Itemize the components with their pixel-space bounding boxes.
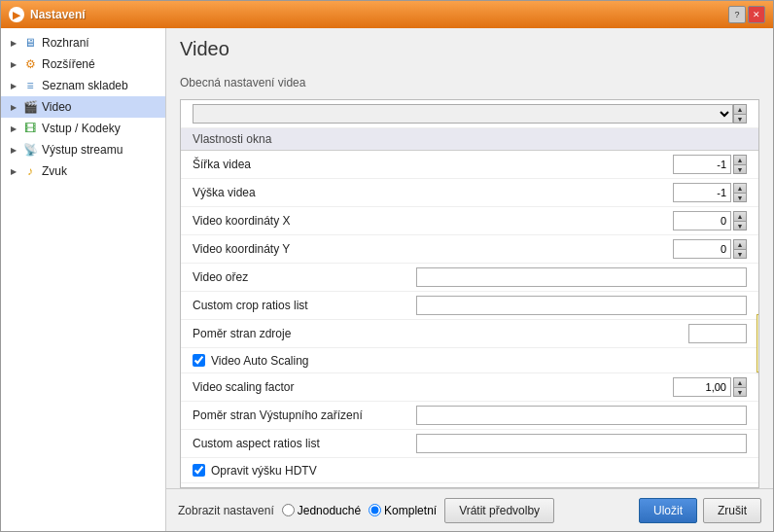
label-hdtv[interactable]: Opravit výšku HDTV	[211, 464, 317, 478]
scroll-up-btn[interactable]: ▲	[733, 104, 747, 114]
input-pomer-vystup[interactable]	[416, 406, 747, 425]
sidebar-item-seznam[interactable]: ▶ ≡ Seznam skladeb	[1, 75, 165, 96]
sidebar-item-rozhrani[interactable]: ▶ 🖥 Rozhraní	[1, 32, 165, 53]
spin-up[interactable]: ▲	[733, 155, 747, 164]
sidebar-item-rozsirene[interactable]: ▶ ⚙ Rozšířené	[1, 53, 165, 75]
spinbox-koordx: ▲ ▼	[673, 211, 747, 231]
spinbox-koordy: ▲ ▼	[673, 239, 747, 259]
label-auto-scaling[interactable]: Video Auto Scaling	[211, 354, 309, 368]
arrow-icon: ▶	[9, 102, 18, 112]
tooltip-crop: Vynútí oříznutí zdrojového videa. Přípus…	[756, 314, 759, 372]
spin-down[interactable]: ▼	[733, 221, 747, 231]
spin-down[interactable]: ▼	[733, 387, 747, 397]
row-koordx: Video koordináty X ▲ ▼	[181, 207, 758, 235]
spin-up[interactable]: ▲	[733, 183, 747, 193]
spin-down[interactable]: ▼	[733, 193, 747, 202]
arrow-icon: ▶	[9, 81, 18, 90]
help-button[interactable]: ?	[728, 6, 746, 23]
row-vyska: Výška videa ▲ ▼	[181, 179, 758, 207]
input-sirka[interactable]	[673, 155, 731, 174]
arrow-icon: ▶	[9, 145, 18, 155]
app-icon: ▶	[9, 7, 24, 22]
label-custom-aspect: Custom aspect ratios list	[193, 437, 416, 450]
input-custom-aspect[interactable]	[416, 434, 747, 453]
label-pomer-zdroje: Poměr stran zdroje	[193, 327, 688, 340]
scroll-down-btn[interactable]: ▼	[733, 114, 747, 124]
input-scaling-factor[interactable]	[673, 377, 731, 397]
title-bar: ▶ Nastavení ? ✕	[1, 1, 773, 28]
row-custom-aspect: Custom aspect ratios list	[181, 430, 758, 458]
label-scaling-factor: Video scaling factor	[193, 380, 673, 394]
top-dropdown[interactable]	[193, 104, 733, 124]
arrow-icon: ▶	[9, 124, 18, 133]
radio-simple-label[interactable]: Jednoduché	[282, 504, 361, 517]
spin-down[interactable]: ▼	[733, 164, 747, 174]
radio-complete-text: Kompletní	[384, 504, 437, 517]
radio-complete-label[interactable]: Kompletní	[369, 504, 437, 517]
spin-up[interactable]: ▲	[733, 211, 747, 221]
cancel-button[interactable]: Zrušit	[703, 498, 761, 523]
row-auto-scaling: Video Auto Scaling	[181, 348, 758, 373]
settings-scroll[interactable]: ▲ ▼ Vlastnosti okna Šířka videa ▲	[180, 99, 759, 488]
input-orez[interactable]	[416, 267, 747, 287]
stream-icon: 📡	[22, 142, 38, 158]
label-custom-crop: Custom crop ratios list	[193, 299, 416, 312]
group-header: Vlastnosti okna	[181, 128, 758, 151]
label-koordx: Video koordináty X	[193, 214, 673, 228]
input-pomer-zdroje[interactable]	[688, 324, 747, 343]
row-scaling-factor: Video scaling factor ▲ ▼	[181, 373, 758, 402]
audio-icon: ♪	[22, 163, 38, 179]
label-pomer-vystup: Poměr stran Výstupního zařízení	[193, 408, 416, 422]
radio-simple[interactable]	[282, 504, 295, 516]
top-dropdown-row: ▲ ▼	[181, 100, 758, 128]
input-koordy[interactable]	[673, 239, 731, 259]
sidebar-label: Seznam skladeb	[42, 79, 128, 92]
checkbox-hdtv[interactable]	[193, 464, 205, 477]
sidebar-label: Výstup streamu	[42, 143, 123, 157]
input-vyska[interactable]	[673, 183, 731, 202]
sidebar-label: Video	[42, 100, 71, 114]
close-button[interactable]: ✕	[748, 6, 765, 23]
main-layout: Video Obecná nastavení videa ▲ ▼ Vlastno…	[166, 28, 773, 488]
row-hdtv: Opravit výšku HDTV	[181, 458, 758, 483]
label-vyska: Výška videa	[193, 186, 673, 199]
sidebar-item-video[interactable]: ▶ 🎬 Video	[1, 96, 165, 118]
content-area: ▶ 🖥 Rozhraní ▶ ⚙ Rozšířené ▶ ≡ Seznam sk…	[1, 28, 773, 531]
arrow-icon: ▶	[9, 59, 18, 69]
spin-up[interactable]: ▲	[733, 377, 747, 387]
sidebar-item-vstup[interactable]: ▶ 🎞 Vstup / Kodeky	[1, 118, 165, 139]
input-custom-crop[interactable]	[416, 296, 747, 315]
sidebar-item-zvuk[interactable]: ▶ ♪ Zvuk	[1, 160, 165, 182]
row-pomer-zdroje: Poměr stran zdroje Vynútí oříznutí zdroj…	[181, 320, 758, 348]
section-label: Obecná nastavení videa	[180, 76, 759, 89]
spin-down[interactable]: ▼	[733, 249, 747, 259]
monitor-icon: 🖥	[22, 35, 38, 51]
spinbox-vyska: ▲ ▼	[673, 183, 747, 202]
row-custom-crop: Custom crop ratios list	[181, 292, 758, 320]
spinbox-sirka: ▲ ▼	[673, 155, 747, 174]
sidebar-label: Rozšířené	[42, 57, 95, 71]
sidebar-item-vystup[interactable]: ▶ 📡 Výstup streamu	[1, 139, 165, 160]
view-label: Zobrazit nastavení	[178, 504, 274, 517]
row-koordy: Video koordináty Y ▲ ▼	[181, 235, 758, 264]
row-orez: Video ořez	[181, 264, 758, 292]
save-button[interactable]: Uložit	[639, 498, 697, 523]
row-sirka: Šířka videa ▲ ▼	[181, 151, 758, 179]
page-title: Video	[180, 38, 759, 60]
radio-complete[interactable]	[369, 504, 381, 516]
scroll-btns: ▲ ▼	[733, 104, 747, 124]
gear-icon: ⚙	[22, 56, 38, 72]
radio-simple-text: Jednoduché	[298, 504, 361, 517]
codec-icon: 🎞	[22, 121, 38, 136]
main-window: ▶ Nastavení ? ✕ ▶ 🖥 Rozhraní ▶ ⚙ Rozšíře…	[0, 0, 774, 532]
bottom-bar: Zobrazit nastavení Jednoduché Kompletní …	[166, 488, 773, 531]
spin-up[interactable]: ▲	[733, 239, 747, 249]
arrow-icon: ▶	[9, 166, 18, 176]
checkbox-auto-scaling[interactable]	[193, 354, 205, 367]
reset-button[interactable]: Vrátit předvolby	[444, 498, 554, 523]
radio-group: Jednoduché Kompletní	[282, 504, 437, 517]
list-icon: ≡	[22, 78, 38, 93]
label-sirka: Šířka videa	[193, 158, 673, 171]
input-koordx[interactable]	[673, 211, 731, 231]
sidebar-label: Rozhraní	[42, 36, 89, 50]
